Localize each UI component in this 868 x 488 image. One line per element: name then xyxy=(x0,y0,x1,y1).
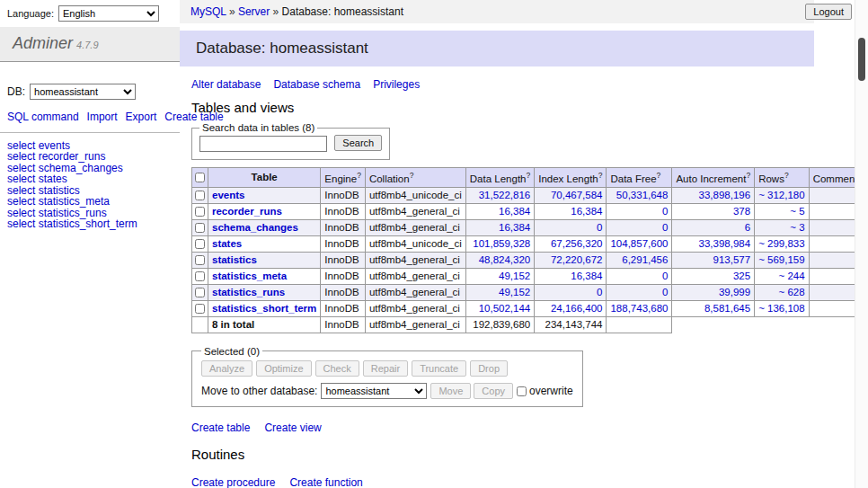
link-create-procedure[interactable]: Create procedure xyxy=(191,476,275,488)
column-help-link[interactable]: ? xyxy=(357,171,361,180)
data-length-link[interactable]: 49,152 xyxy=(499,271,530,281)
truncate-button[interactable]: Truncate xyxy=(412,360,466,377)
rows-count-link[interactable]: ~ 628 xyxy=(779,287,805,297)
data-free-link[interactable]: 104,857,600 xyxy=(610,238,668,249)
auto-increment-link[interactable]: 8,581,645 xyxy=(704,303,750,314)
sidebar-link-sql-command[interactable]: SQL command xyxy=(7,111,79,123)
data-free-link[interactable]: 0 xyxy=(662,287,668,297)
row-checkbox[interactable] xyxy=(195,207,205,217)
search-input[interactable] xyxy=(199,136,327,152)
auto-increment-link[interactable]: 378 xyxy=(733,206,750,217)
data-length-cell: 49,152 xyxy=(465,284,534,300)
search-button[interactable]: Search xyxy=(334,135,382,151)
table-name-link[interactable]: recorder_runs xyxy=(212,206,282,217)
language-select[interactable]: English xyxy=(58,5,159,22)
index-length-link[interactable]: 24,166,400 xyxy=(551,303,603,314)
data-length-link[interactable]: 16,384 xyxy=(499,222,530,233)
db-link-alter-database[interactable]: Alter database xyxy=(191,78,261,91)
column-help-link[interactable]: ? xyxy=(657,171,661,180)
logout-button[interactable]: Logout xyxy=(805,4,852,20)
auto-increment-link[interactable]: 325 xyxy=(733,271,750,281)
data-length-link[interactable]: 48,824,320 xyxy=(479,254,531,265)
select-all-checkbox[interactable] xyxy=(195,173,205,182)
scrollbar-track[interactable] xyxy=(855,0,868,488)
db-link-database-schema[interactable]: Database schema xyxy=(273,78,360,91)
data-free-link[interactable]: 6,291,456 xyxy=(622,254,668,265)
data-free-link[interactable]: 0 xyxy=(662,222,668,233)
rows-count-link[interactable]: ~ 299,833 xyxy=(758,238,804,249)
copy-button[interactable]: Copy xyxy=(474,383,513,399)
row-checkbox[interactable] xyxy=(195,255,205,265)
link-create-table[interactable]: Create table xyxy=(191,421,250,434)
db-link-privileges[interactable]: Privileges xyxy=(373,78,420,91)
index-length-link[interactable]: 67,256,320 xyxy=(551,238,603,249)
rows-count-link[interactable]: ~ 312,180 xyxy=(758,190,804,200)
table-name-link[interactable]: statistics_short_term xyxy=(212,303,316,314)
auto-increment-link[interactable]: 33,898,196 xyxy=(699,190,751,200)
rows-count-link[interactable]: ~ 3 xyxy=(790,222,804,233)
row-checkbox[interactable] xyxy=(195,191,205,200)
column-help-link[interactable]: ? xyxy=(784,171,789,180)
data-free-link[interactable]: 50,331,648 xyxy=(616,190,669,200)
index-length-link[interactable]: 0 xyxy=(597,222,602,233)
data-free-link[interactable]: 0 xyxy=(662,206,668,217)
db-select[interactable]: homeassistant xyxy=(30,84,136,100)
move-button[interactable]: Move xyxy=(430,383,471,399)
column-help-link[interactable]: ? xyxy=(410,171,414,180)
rows-count-link[interactable]: ~ 569,159 xyxy=(758,254,804,265)
auto-increment-link[interactable]: 6 xyxy=(745,222,750,233)
rows-count-link[interactable]: ~ 136,108 xyxy=(758,303,804,314)
table-name-link[interactable]: schema_changes xyxy=(212,222,298,233)
tables-overview-table: TableEngine?Collation?Data Length?Index … xyxy=(191,167,866,333)
index-length-link[interactable]: 0 xyxy=(597,287,602,297)
index-length-link[interactable]: 72,220,672 xyxy=(551,254,603,265)
repair-button[interactable]: Repair xyxy=(363,360,408,377)
sidebar-select-states[interactable]: select states xyxy=(0,173,180,185)
engine-cell: InnoDB xyxy=(321,268,366,284)
table-name-link[interactable]: statistics xyxy=(212,254,257,265)
overwrite-checkbox[interactable] xyxy=(517,386,527,396)
link-create-function[interactable]: Create function xyxy=(289,476,362,488)
table-name-link[interactable]: statistics_meta xyxy=(212,271,287,281)
column-help-link[interactable]: ? xyxy=(526,171,530,180)
data-free-link[interactable]: 0 xyxy=(662,271,668,281)
column-help-link[interactable]: ? xyxy=(746,171,750,180)
index-length-link[interactable]: 16,384 xyxy=(571,271,602,281)
auto-increment-link[interactable]: 39,999 xyxy=(719,287,750,297)
optimize-button[interactable]: Optimize xyxy=(256,360,311,377)
breadcrumb-link-mysql[interactable]: MySQL xyxy=(190,5,226,18)
table-name-link[interactable]: states xyxy=(212,238,242,249)
row-checkbox[interactable] xyxy=(195,271,205,281)
scrollbar-thumb[interactable] xyxy=(858,38,865,81)
breadcrumb-link-server[interactable]: Server xyxy=(238,5,270,18)
sidebar-link-import[interactable]: Import xyxy=(87,111,118,123)
sidebar-link-export[interactable]: Export xyxy=(126,111,157,123)
index-length-link[interactable]: 70,467,584 xyxy=(551,190,603,200)
table-name-link[interactable]: events xyxy=(212,190,244,200)
sidebar-select-statistics-short-term[interactable]: select statistics_short_term xyxy=(0,218,180,230)
data-length-link[interactable]: 101,859,328 xyxy=(473,238,530,249)
sidebar-select-recorder-runs[interactable]: select recorder_runs xyxy=(0,151,180,163)
index-length-link[interactable]: 16,384 xyxy=(571,206,602,217)
column-help-link[interactable]: ? xyxy=(598,171,603,180)
rows-count-link[interactable]: ~ 244 xyxy=(779,271,805,281)
row-checkbox[interactable] xyxy=(195,239,205,249)
row-checkbox[interactable] xyxy=(195,223,205,233)
data-free-link[interactable]: 188,743,680 xyxy=(610,303,668,314)
data-length-link[interactable]: 16,384 xyxy=(499,206,530,217)
auto-increment-link[interactable]: 33,398,984 xyxy=(699,238,751,249)
auto-increment-link[interactable]: 913,577 xyxy=(713,254,751,265)
row-checkbox[interactable] xyxy=(195,304,205,314)
move-database-select[interactable]: homeassistant xyxy=(321,383,427,399)
link-create-view[interactable]: Create view xyxy=(264,421,321,434)
analyze-button[interactable]: Analyze xyxy=(201,360,252,377)
sidebar-select-statistics-meta[interactable]: select statistics_meta xyxy=(0,196,180,208)
table-name-link[interactable]: statistics_runs xyxy=(212,287,285,297)
rows-count-link[interactable]: ~ 5 xyxy=(790,206,804,217)
data-length-link[interactable]: 49,152 xyxy=(499,287,530,297)
check-button[interactable]: Check xyxy=(315,360,359,377)
row-checkbox[interactable] xyxy=(195,288,205,297)
drop-button[interactable]: Drop xyxy=(470,360,508,377)
data-length-link[interactable]: 10,502,144 xyxy=(479,303,531,314)
data-length-link[interactable]: 31,522,816 xyxy=(479,190,531,200)
